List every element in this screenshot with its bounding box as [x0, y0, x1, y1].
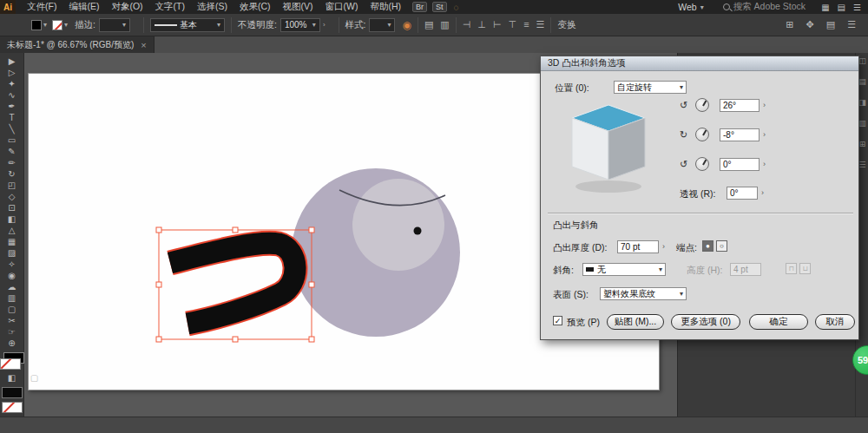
rotate-z-knob[interactable]	[695, 157, 709, 171]
preview-checkbox[interactable]: ✓	[553, 316, 562, 325]
fill-color-swatch[interactable]	[31, 20, 42, 30]
menu-item[interactable]: 编辑(E)	[62, 1, 105, 13]
submenu-arrow-icon[interactable]: ›	[323, 21, 326, 29]
style-select[interactable]: ▾	[369, 18, 395, 32]
lasso-tool[interactable]: ∿	[2, 89, 23, 101]
none-button[interactable]: ▢	[24, 372, 45, 384]
menu-item[interactable]: 文字(T)	[149, 1, 191, 13]
menu-item[interactable]: 文件(F)	[21, 1, 62, 13]
bridge-button[interactable]: Br	[412, 2, 427, 12]
move-icon[interactable]: ✥	[806, 19, 814, 30]
cancel-button[interactable]: 取消	[815, 314, 855, 330]
gradient-button[interactable]: ◧	[2, 372, 23, 384]
rectangle-tool[interactable]: ▭	[2, 134, 23, 146]
menu-item[interactable]: 帮助(H)	[365, 1, 408, 13]
rotate-y-knob[interactable]	[695, 128, 709, 141]
selection-tool[interactable]: ▶	[2, 56, 23, 67]
more-options-button[interactable]: 更多选项 (0)	[671, 314, 740, 330]
perspective-grid-tool[interactable]: △	[2, 225, 23, 236]
depth-field[interactable]: 70 pt	[617, 240, 659, 253]
collapsed-panel-icon[interactable]: ◫	[858, 56, 866, 65]
document-tab[interactable]: 未标题-1* @ 66.67% (RGB/预览) ×	[0, 36, 155, 53]
shape-builder-tool[interactable]: ◧	[2, 213, 23, 225]
preferences-icon[interactable]: ▥	[440, 19, 449, 30]
rotate-z-spinner-icon[interactable]: ›	[763, 160, 766, 168]
perspective-spinner-icon[interactable]: ›	[761, 188, 764, 197]
stock-search[interactable]: 搜索 Adobe Stock	[723, 1, 806, 13]
align-more-icon[interactable]: ☰	[536, 19, 545, 30]
position-select[interactable]: 自定旋转 ▾	[614, 81, 687, 94]
arrange-icon[interactable]: ⊞	[786, 19, 793, 30]
panel-layout-icon[interactable]: ▤	[838, 3, 845, 12]
depth-spinner-icon[interactable]: ›	[662, 242, 665, 251]
stroke-proxy-swatch[interactable]	[0, 358, 21, 370]
blend-tool[interactable]: ◉	[2, 270, 23, 281]
panel-options-icon[interactable]: ▤	[826, 19, 835, 30]
align-center-icon[interactable]: ⊥	[477, 19, 486, 30]
face-circle[interactable]	[352, 179, 444, 271]
width-tool[interactable]: ◇	[2, 191, 23, 202]
align-right-icon[interactable]: ⊢	[493, 19, 502, 30]
menu-item[interactable]: 对象(O)	[105, 1, 148, 13]
zoom-tool[interactable]: ⊕	[2, 338, 23, 349]
chevron-down-icon[interactable]: ▾	[43, 21, 47, 29]
ok-button[interactable]: 确定	[749, 314, 808, 330]
eye-dot[interactable]	[414, 227, 422, 235]
close-tab-icon[interactable]: ×	[141, 40, 146, 50]
bevel-select[interactable]: 无 ▾	[582, 263, 666, 276]
rotate-x-spinner-icon[interactable]: ›	[763, 101, 766, 109]
workspace-menu-icon[interactable]: ☰	[847, 19, 856, 30]
stock-button[interactable]: St	[432, 2, 447, 12]
workspace-switcher[interactable]: Web ▾	[678, 2, 703, 12]
menu-item[interactable]: 窗口(W)	[319, 1, 365, 13]
type-tool[interactable]: T	[2, 112, 23, 123]
document-setup-icon[interactable]: ▤	[424, 19, 433, 30]
column-graph-tool[interactable]: ▥	[2, 292, 23, 304]
stroke-color-swatch[interactable]	[52, 20, 62, 30]
collapsed-panel-icon[interactable]: ⊞	[859, 140, 866, 148]
surface-select[interactable]: 塑料效果底纹 ▾	[600, 287, 687, 300]
rotate-tool[interactable]: ↻	[2, 168, 23, 180]
rotate-y-field[interactable]: -8°	[720, 128, 760, 141]
line-segment-tool[interactable]: ╲	[2, 123, 23, 134]
cap-solid-button[interactable]: ●	[702, 240, 713, 252]
collapsed-panel-icon[interactable]: ☰	[858, 161, 865, 169]
opacity-select[interactable]: 100% ▾	[280, 18, 320, 32]
grid-view-icon[interactable]: ▦	[821, 3, 829, 12]
pencil-tool[interactable]: ✏	[2, 157, 23, 168]
slice-tool[interactable]: ✂	[2, 315, 23, 326]
brush-definition-select[interactable]: 基本 ▾	[150, 18, 225, 32]
cap-hollow-button[interactable]: ○	[716, 240, 727, 252]
mesh-tool[interactable]: ▦	[2, 236, 23, 247]
collapsed-panel-icon[interactable]: ▥	[858, 119, 866, 128]
direct-selection-tool[interactable]: ▷	[2, 67, 23, 78]
free-transform-tool[interactable]: ⊡	[2, 202, 23, 213]
artboard-tool[interactable]: ▢	[2, 304, 23, 315]
rotate-y-spinner-icon[interactable]: ›	[763, 130, 766, 139]
map-art-button[interactable]: 贴图 (M)...	[607, 314, 664, 330]
menu-item[interactable]: 效果(C)	[233, 1, 277, 13]
collapsed-panel-icon[interactable]: ◨	[858, 98, 866, 107]
cube-preview[interactable]	[565, 100, 652, 197]
gradient-tool[interactable]: ▨	[2, 247, 23, 259]
recolor-artwork-icon[interactable]: ◉	[402, 19, 411, 31]
transform-label[interactable]: 变换	[557, 19, 575, 31]
rotate-x-knob[interactable]	[695, 98, 709, 112]
fill-stroke-indicator[interactable]	[3, 352, 21, 370]
perspective-field[interactable]: 0°	[727, 187, 758, 200]
eyedropper-tool[interactable]: ✧	[2, 259, 23, 270]
align-top-icon[interactable]: ⊤	[509, 19, 517, 30]
menu-item[interactable]: 视图(V)	[277, 1, 319, 13]
rotate-z-field[interactable]: 0°	[720, 158, 760, 171]
align-left-icon[interactable]: ⊣	[463, 19, 471, 30]
chevron-down-icon[interactable]: ▾	[64, 21, 68, 29]
symbol-sprayer-tool[interactable]: ☁	[2, 281, 23, 292]
scale-tool[interactable]: ◰	[2, 180, 23, 191]
stroke-weight-select[interactable]: ▾	[99, 18, 130, 32]
magic-wand-tool[interactable]: ✦	[2, 78, 23, 89]
menu-icon[interactable]: ☰	[853, 3, 861, 12]
rotate-x-field[interactable]: 26°	[720, 99, 760, 112]
pen-tool[interactable]: ✒	[2, 101, 23, 112]
paintbrush-tool[interactable]: ✎	[2, 146, 23, 157]
distribute-icon[interactable]: ≡	[523, 19, 529, 30]
